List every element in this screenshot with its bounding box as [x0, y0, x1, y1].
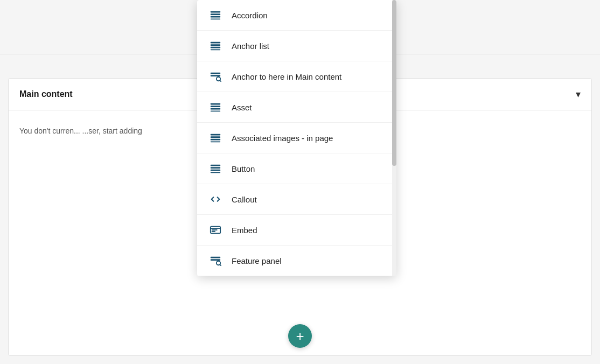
button-label: Button: [232, 164, 255, 173]
svg-rect-4: [211, 42, 220, 44]
button-icon: [208, 161, 223, 176]
svg-rect-28: [211, 257, 220, 258]
dropdown-item-embed[interactable]: Embed: [197, 215, 396, 246]
dropdown-item-anchor-to-here[interactable]: Anchor to here in Main content: [197, 61, 396, 92]
svg-rect-13: [211, 106, 220, 107]
svg-line-31: [220, 264, 221, 265]
main-content-placeholder-text: You don't curren... ...ser, start adding: [19, 127, 142, 135]
asset-label: Asset: [232, 103, 252, 112]
feature-panel-icon: [208, 253, 223, 268]
dropdown-item-associated-images[interactable]: Associated images - in page: [197, 123, 396, 153]
dropdown-scrollbar[interactable]: [392, 0, 396, 276]
svg-rect-5: [211, 44, 220, 46]
anchor-list-icon: [208, 38, 223, 53]
dropdown-item-feature-panel[interactable]: Feature panel: [197, 246, 396, 276]
svg-rect-2: [211, 16, 220, 18]
callout-label: Callout: [232, 195, 257, 204]
anchor-list-label: Anchor list: [232, 41, 269, 51]
svg-rect-21: [211, 167, 220, 169]
svg-rect-26: [212, 229, 218, 230]
svg-rect-23: [211, 172, 220, 173]
svg-rect-19: [211, 141, 220, 142]
embed-icon: [208, 222, 223, 237]
page-background: Main content ▾ You don't curren... ...se…: [0, 0, 600, 364]
svg-rect-18: [211, 139, 220, 141]
add-component-button[interactable]: +: [288, 324, 312, 348]
dropdown-item-accordion[interactable]: Accordion: [197, 0, 396, 31]
svg-line-11: [220, 80, 221, 81]
asset-icon: [208, 100, 223, 115]
svg-rect-6: [211, 47, 220, 48]
svg-rect-22: [211, 170, 220, 171]
svg-rect-20: [211, 165, 220, 166]
dropdown-item-callout[interactable]: Callout: [197, 184, 396, 215]
accordion-icon: [208, 8, 223, 23]
dropdown-scrollbar-thumb[interactable]: [392, 0, 396, 166]
dropdown-item-button[interactable]: Button: [197, 153, 396, 184]
dropdown-item-anchor-list[interactable]: Anchor list: [197, 31, 396, 61]
svg-rect-29: [211, 259, 220, 261]
svg-rect-17: [211, 136, 220, 138]
chevron-down-icon[interactable]: ▾: [576, 88, 581, 100]
dropdown-item-asset[interactable]: Asset: [197, 92, 396, 123]
svg-rect-15: [211, 110, 220, 111]
plus-icon: +: [296, 329, 304, 343]
associated-images-icon: [208, 130, 223, 145]
embed-label: Embed: [232, 226, 257, 235]
svg-rect-16: [211, 134, 220, 136]
callout-icon: [208, 192, 223, 207]
svg-rect-14: [211, 108, 220, 110]
svg-rect-27: [212, 231, 215, 232]
associated-images-label: Associated images - in page: [232, 134, 333, 143]
dropdown-menu: Accordion Anchor list: [197, 0, 396, 276]
svg-rect-7: [211, 49, 220, 50]
svg-rect-8: [211, 73, 220, 74]
svg-rect-0: [211, 11, 220, 13]
svg-rect-3: [211, 18, 220, 19]
svg-rect-12: [211, 103, 220, 105]
svg-rect-1: [211, 13, 220, 15]
svg-rect-9: [211, 75, 220, 76]
accordion-label: Accordion: [232, 11, 268, 20]
anchor-to-here-icon: [208, 69, 223, 84]
anchor-to-here-label: Anchor to here in Main content: [232, 72, 341, 81]
main-content-title: Main content: [19, 89, 73, 99]
feature-panel-label: Feature panel: [232, 256, 282, 265]
